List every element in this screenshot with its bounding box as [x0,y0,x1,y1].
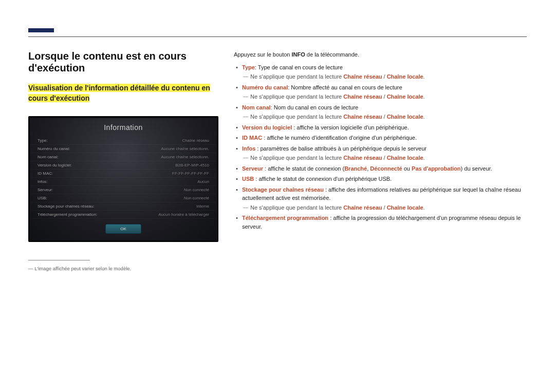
info-row: USB:Non connecté [30,194,216,202]
list-item: Version du logiciel : affiche la version… [234,123,527,132]
list-item: Stockage pour chaînes réseau : affiche d… [234,185,527,202]
page-title: Lorsque le contenu est en cours d'exécut… [28,50,218,74]
list-item: Type: Type de canal en cours de lecture [234,63,527,72]
header-rule [28,36,527,37]
intro-text: Appuyez sur le bouton INFO de la télécom… [234,50,527,59]
info-row: ID MAC:FF-FF-FF-FF-FF-FF [30,170,216,178]
ok-button[interactable]: OK [105,224,141,234]
list-item: Téléchargement programmation : affiche l… [234,214,527,231]
info-row: Version du logiciel:B2B-EP-MIP-4510 [30,161,216,170]
sub-item: Ne s'applique que pendant la lecture Cha… [234,92,527,101]
info-row: Serveur:Non connecté [30,186,216,194]
info-row: Infos:Aucun [30,178,216,186]
right-column: Appuyez sur le bouton INFO de la télécom… [234,50,527,271]
list-item: Serveur : affiche le statut de connexion… [234,164,527,173]
list-item: USB : affiche le statut de connexion d'u… [234,175,527,183]
panel-title: Information [30,118,216,137]
left-column: Lorsque le contenu est en cours d'exécut… [28,50,218,271]
list-item: Infos : paramètres de balise attribués à… [234,144,527,153]
info-row: Nom canal:Aucune chaîne sélectionn. [30,153,216,161]
sub-item: Ne s'applique que pendant la lecture Cha… [234,203,527,212]
sub-item: Ne s'applique que pendant la lecture Cha… [234,72,527,81]
list-item: ID MAC : affiche le numéro d'identificat… [234,134,527,142]
info-row: Type:Chaîne réseau [30,137,216,145]
info-row: Numéro du canal:Aucune chaîne sélectionn… [30,145,216,153]
section-subtitle: Visualisation de l'information détaillée… [28,84,210,102]
info-row: Stockage pour chaînes réseau:Interne [30,202,216,211]
sub-item: Ne s'applique que pendant la lecture Cha… [234,113,527,121]
sub-item: Ne s'applique que pendant la lecture Cha… [234,154,527,162]
list-item: Numéro du canal: Nombre affecté au canal… [234,83,527,92]
info-row: Téléchargement programmation:Aucun horai… [30,211,216,219]
footnote: ― L'image affichée peut varier selon le … [28,266,218,271]
header-accent [28,28,54,32]
page-content: Lorsque le contenu est en cours d'exécut… [28,50,527,271]
list-item: Nom canal: Nom du canal en cours de lect… [234,103,527,112]
footnote-rule [28,260,90,260]
info-panel: Information Type:Chaîne réseauNuméro du … [28,116,218,242]
